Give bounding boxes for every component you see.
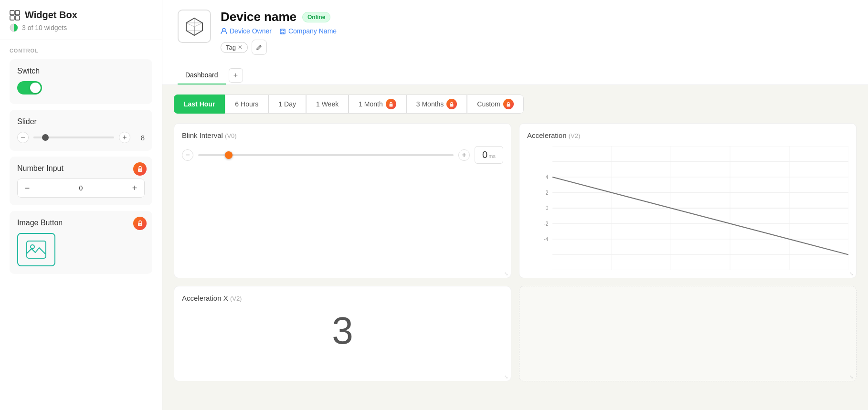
slider-track[interactable]	[33, 137, 114, 138]
device-info: Device name Online Device Owner	[221, 10, 853, 62]
svg-point-10	[31, 245, 34, 249]
last-hour-button[interactable]: Last Hour	[174, 95, 225, 114]
tag-label: Tag	[226, 44, 236, 51]
switch-widget-card: Switch	[10, 59, 152, 104]
sidebar-title-text: Widget Box	[25, 10, 77, 21]
add-tab-button[interactable]: +	[229, 68, 243, 83]
acceleration-x-title: Acceleration X (V2)	[182, 294, 503, 302]
widgets-count: 3 of 10 widgets	[22, 24, 67, 32]
1-month-button[interactable]: 1 Month	[349, 95, 406, 114]
main-content: Device name Online Device Owner	[162, 0, 868, 410]
3-months-lock-icon	[446, 99, 457, 109]
switch-widget-name: Switch	[17, 67, 145, 75]
blink-value: 0	[482, 149, 487, 160]
1-day-button[interactable]: 1 Day	[268, 95, 306, 114]
slider-widget-name: Slider	[17, 117, 145, 126]
company-link[interactable]: Company Name	[279, 27, 337, 35]
device-icon-box	[178, 10, 211, 43]
image-button-widget-card: Image Button	[10, 211, 152, 274]
blink-unit: ms	[488, 153, 496, 159]
device-owner-text: Device Owner	[230, 27, 272, 35]
sidebar-title-row: Widget Box	[10, 10, 152, 21]
widget-box-icon	[10, 10, 20, 21]
svg-rect-9	[27, 241, 46, 258]
blink-decrement-button[interactable]: −	[182, 149, 193, 161]
svg-rect-16	[450, 104, 454, 107]
blink-slider-row: − + 0 ms	[182, 146, 503, 164]
device-box-icon	[184, 16, 204, 36]
svg-text:-4: -4	[544, 236, 549, 242]
sidebar: Widget Box 3 of 10 widgets CONTROL Switc…	[0, 0, 162, 410]
online-status-badge: Online	[302, 12, 330, 22]
image-button-lock-badge	[133, 217, 147, 230]
6-hours-button[interactable]: 6 Hours	[225, 95, 268, 114]
blink-interval-title: Blink Interval (V0)	[182, 131, 503, 139]
svg-text:4: 4	[546, 174, 548, 180]
number-input-widget-card: Number Input − 0 +	[10, 157, 152, 205]
custom-lock-icon	[503, 99, 514, 109]
slider-decrement-button[interactable]: −	[17, 132, 29, 143]
svg-rect-0	[10, 11, 14, 15]
device-name-row: Device name Online	[221, 10, 853, 24]
number-input-widget-name: Number Input	[17, 164, 145, 173]
sidebar-subtitle: 3 of 10 widgets	[10, 23, 152, 32]
sidebar-header: Widget Box 3 of 10 widgets	[0, 10, 162, 40]
number-increment-button[interactable]: +	[125, 179, 144, 197]
dashboard-tab[interactable]: Dashboard	[178, 66, 226, 84]
blink-slider-track[interactable]	[198, 154, 454, 156]
image-placeholder-icon	[26, 240, 47, 259]
dashboard-content: Last Hour 6 Hours 1 Day 1 Week 1 Month	[162, 85, 868, 410]
acceleration-chart-resize-handle[interactable]: ⤡	[849, 271, 854, 276]
edit-icon	[256, 44, 262, 51]
slider-increment-button[interactable]: +	[119, 132, 130, 143]
widgets-grid: Blink Interval (V0) − + 0 ms ⤡	[174, 123, 857, 381]
3-months-button[interactable]: 3 Months	[406, 95, 467, 114]
empty-panel: ⤡	[519, 286, 857, 381]
switch-toggle[interactable]	[17, 81, 42, 95]
company-name-text: Company Name	[288, 27, 337, 35]
svg-rect-15	[389, 104, 392, 107]
acceleration-chart-panel: Acceleration (V2)	[519, 123, 857, 278]
svg-rect-17	[507, 104, 510, 107]
number-input-row: − 0 +	[17, 179, 145, 198]
custom-button[interactable]: Custom	[467, 95, 523, 114]
acceleration-x-panel: Acceleration X (V2) 3 ⤡	[174, 286, 511, 381]
svg-point-8	[139, 224, 140, 225]
device-header: Device name Online Device Owner	[162, 0, 868, 85]
pie-icon	[10, 23, 18, 32]
tag-row: Tag ✕	[221, 40, 853, 55]
svg-text:-2: -2	[544, 221, 549, 227]
edit-tag-button[interactable]	[252, 40, 267, 55]
blink-interval-panel: Blink Interval (V0) − + 0 ms ⤡	[174, 123, 511, 278]
acceleration-x-resize-handle[interactable]: ⤡	[504, 374, 509, 379]
blink-value-box: 0 ms	[475, 146, 503, 164]
1-week-button[interactable]: 1 Week	[306, 95, 349, 114]
1-month-lock-icon	[386, 99, 396, 109]
image-button-widget-name: Image Button	[17, 219, 145, 227]
slider-widget-card: Slider − + 8	[10, 110, 152, 151]
acceleration-chart-title: Acceleration (V2)	[527, 131, 848, 139]
device-owner-link[interactable]: Device Owner	[221, 27, 272, 35]
tag-remove-button[interactable]: ✕	[238, 44, 243, 51]
device-name: Device name	[221, 10, 296, 24]
image-button-preview[interactable]	[17, 233, 55, 266]
svg-rect-1	[15, 11, 20, 15]
tabs-bar: Dashboard +	[178, 66, 853, 84]
empty-resize-handle[interactable]: ⤡	[849, 374, 854, 379]
dashboard-tab-label: Dashboard	[185, 71, 218, 79]
svg-rect-3	[15, 16, 20, 20]
device-top-row: Device name Online Device Owner	[178, 10, 853, 62]
blink-increment-button[interactable]: +	[458, 149, 470, 161]
slider-value: 8	[135, 134, 145, 142]
building-icon	[279, 28, 286, 34]
acceleration-x-value: 3	[182, 309, 503, 353]
acceleration-chart: 4 2 0 -2 -4	[527, 146, 848, 270]
number-decrement-button[interactable]: −	[18, 179, 37, 197]
number-value: 0	[37, 184, 125, 192]
svg-point-6	[139, 170, 140, 171]
device-links: Device Owner Company Name	[221, 27, 853, 35]
blink-resize-handle[interactable]: ⤡	[504, 271, 509, 276]
svg-text:2: 2	[546, 189, 548, 196]
time-range-bar: Last Hour 6 Hours 1 Day 1 Week 1 Month	[174, 95, 857, 114]
svg-text:0: 0	[546, 205, 548, 211]
